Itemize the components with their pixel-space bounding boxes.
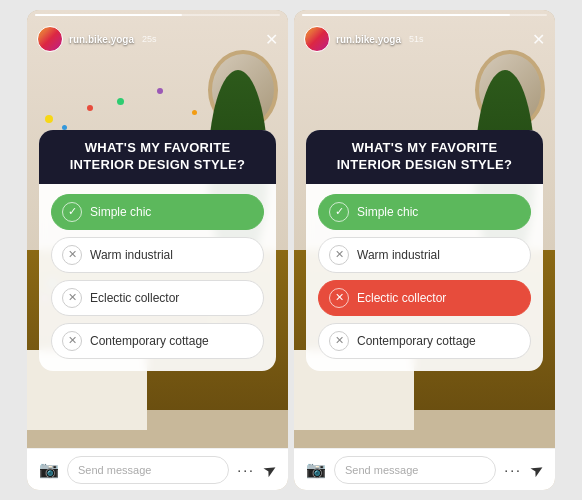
quiz-option-left-3[interactable]: ✕ Eclectic collector	[51, 280, 264, 316]
quiz-label-left-4: Contemporary cottage	[90, 334, 209, 348]
quiz-icon-left-4: ✕	[62, 331, 82, 351]
quiz-card-right: WHAT'S MY FAVORITE INTERIOR DESIGN STYLE…	[306, 130, 543, 371]
time-right: 51s	[409, 34, 424, 44]
story-header-right: run.bike.yoga 51s ✕	[294, 10, 555, 58]
confetti-dot	[192, 110, 197, 115]
quiz-label-right-4: Contemporary cottage	[357, 334, 476, 348]
story-header-left: run.bike.yoga 25s ✕	[27, 10, 288, 58]
more-icon-right[interactable]: ···	[504, 462, 522, 478]
quiz-icon-right-1: ✓	[329, 202, 349, 222]
send-icon-left[interactable]: ➤	[259, 458, 280, 481]
confetti-dot	[45, 115, 53, 123]
camera-icon-right[interactable]: 📷	[306, 460, 326, 479]
close-icon-left[interactable]: ✕	[265, 30, 278, 49]
time-left: 25s	[142, 34, 157, 44]
quiz-icon-left-1: ✓	[62, 202, 82, 222]
avatar-right	[304, 26, 330, 52]
left-story-panel: run.bike.yoga 25s ✕ WHAT'S MY FAVORITE I…	[27, 10, 288, 490]
quiz-label-right-3: Eclectic collector	[357, 291, 446, 305]
right-story-panel: run.bike.yoga 51s ✕ WHAT'S MY FAVORITE I…	[294, 10, 555, 490]
quiz-option-left-1[interactable]: ✓ Simple chic	[51, 194, 264, 230]
send-message-right[interactable]: Send message	[334, 456, 496, 484]
quiz-icon-right-2: ✕	[329, 245, 349, 265]
quiz-title-bg-left: WHAT'S MY FAVORITE INTERIOR DESIGN STYLE…	[39, 130, 276, 184]
quiz-label-left-3: Eclectic collector	[90, 291, 179, 305]
camera-icon-left[interactable]: 📷	[39, 460, 59, 479]
quiz-icon-left-3: ✕	[62, 288, 82, 308]
quiz-option-left-2[interactable]: ✕ Warm industrial	[51, 237, 264, 273]
confetti-dot	[87, 105, 93, 111]
quiz-title-bg-right: WHAT'S MY FAVORITE INTERIOR DESIGN STYLE…	[306, 130, 543, 184]
quiz-option-right-3[interactable]: ✕ Eclectic collector	[318, 280, 531, 316]
close-icon-right[interactable]: ✕	[532, 30, 545, 49]
send-placeholder-right: Send message	[345, 464, 418, 476]
send-icon-right[interactable]: ➤	[526, 458, 547, 481]
quiz-option-left-4[interactable]: ✕ Contemporary cottage	[51, 323, 264, 359]
avatar-left	[37, 26, 63, 52]
story-footer-left: 📷 Send message ··· ➤	[27, 448, 288, 490]
username-right: run.bike.yoga	[336, 34, 401, 45]
send-placeholder-left: Send message	[78, 464, 151, 476]
quiz-title-right: WHAT'S MY FAVORITE INTERIOR DESIGN STYLE…	[318, 140, 531, 174]
username-left: run.bike.yoga	[69, 34, 134, 45]
quiz-label-right-1: Simple chic	[357, 205, 418, 219]
quiz-icon-right-4: ✕	[329, 331, 349, 351]
quiz-option-right-4[interactable]: ✕ Contemporary cottage	[318, 323, 531, 359]
quiz-option-right-1[interactable]: ✓ Simple chic	[318, 194, 531, 230]
quiz-option-right-2[interactable]: ✕ Warm industrial	[318, 237, 531, 273]
confetti-dot	[117, 98, 124, 105]
quiz-label-left-2: Warm industrial	[90, 248, 173, 262]
story-footer-right: 📷 Send message ··· ➤	[294, 448, 555, 490]
quiz-card-left: WHAT'S MY FAVORITE INTERIOR DESIGN STYLE…	[39, 130, 276, 371]
quiz-label-right-2: Warm industrial	[357, 248, 440, 262]
quiz-icon-left-2: ✕	[62, 245, 82, 265]
quiz-title-left: WHAT'S MY FAVORITE INTERIOR DESIGN STYLE…	[51, 140, 264, 174]
more-icon-left[interactable]: ···	[237, 462, 255, 478]
quiz-icon-right-3: ✕	[329, 288, 349, 308]
send-message-left[interactable]: Send message	[67, 456, 229, 484]
confetti-dot	[157, 88, 163, 94]
quiz-label-left-1: Simple chic	[90, 205, 151, 219]
